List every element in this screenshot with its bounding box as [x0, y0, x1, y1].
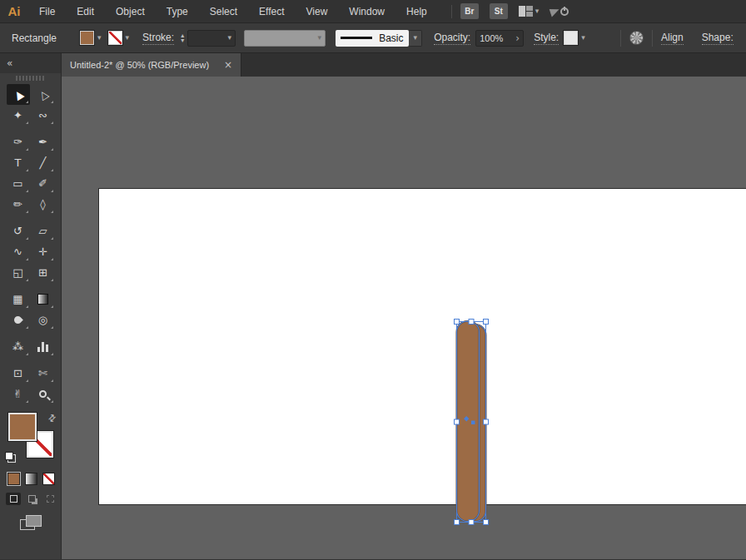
tool-symbol-sprayer[interactable]: ⁂: [7, 336, 30, 357]
stroke-weight-select[interactable]: ▾: [187, 30, 236, 47]
stroke-weight-stepper[interactable]: ▴ ▾: [181, 33, 184, 43]
selection-handle[interactable]: [469, 520, 474, 525]
stick-shape-left[interactable]: [457, 321, 480, 522]
opacity-label[interactable]: Opacity:: [434, 32, 470, 45]
default-fill-stroke-icon[interactable]: [5, 452, 16, 463]
brush-chevron-icon[interactable]: ▾: [413, 34, 417, 42]
graphic-style-swatch[interactable]: [564, 31, 578, 45]
selection-handle[interactable]: [469, 320, 474, 325]
tool-pencil[interactable]: ✏: [7, 194, 30, 215]
fill-indicator-swatch[interactable]: [8, 413, 37, 441]
gradient-button[interactable]: [25, 473, 37, 485]
tool-column-graph[interactable]: [32, 336, 55, 357]
menu-item[interactable]: Effect: [248, 0, 295, 22]
tool-type[interactable]: T: [7, 152, 30, 173]
menu-item[interactable]: File: [28, 0, 66, 22]
align-label[interactable]: Align: [661, 32, 684, 45]
selected-artwork[interactable]: [456, 320, 490, 528]
opacity-field[interactable]: 100% ›: [475, 30, 524, 47]
app-logo: Ai: [0, 4, 28, 18]
tool-slice[interactable]: ✄: [32, 363, 55, 384]
tool-paintbrush[interactable]: ✐: [32, 173, 55, 194]
tool-zoom[interactable]: [32, 384, 55, 404]
tool-rotate[interactable]: ↺: [7, 221, 30, 241]
tool-puppet-warp[interactable]: ✛: [32, 241, 55, 262]
draw-normal-button[interactable]: [6, 493, 21, 505]
menu-item[interactable]: Object: [105, 0, 156, 22]
panel-grip[interactable]: [16, 76, 46, 81]
selection-handle[interactable]: [455, 520, 460, 525]
menu-item[interactable]: Help: [395, 0, 438, 22]
tool-eyedropper[interactable]: [7, 310, 30, 330]
tool-artboard[interactable]: ⊡: [7, 363, 30, 384]
menu-item[interactable]: View: [296, 0, 339, 22]
document-tab[interactable]: Untitled-2* @ 50% (RGB/Preview) ×: [62, 53, 241, 77]
tool-grid: ▲△✦∾✑✒T╱▭✐✏◊↺▱∿✛◱⊞▦◎⁂⊡✄✌: [0, 84, 61, 404]
fill-color-swatch[interactable]: [80, 31, 94, 45]
tool-eraser[interactable]: ◊: [32, 194, 55, 215]
brush-definition-dropdown[interactable]: ▾: [409, 30, 422, 47]
menu-item[interactable]: Type: [156, 0, 199, 22]
tool-magic-wand[interactable]: ✦: [7, 105, 30, 126]
puppet-warp-icon: ✛: [38, 245, 47, 258]
variable-width-profile-select: ▾: [244, 30, 326, 47]
share-icon[interactable]: [550, 5, 569, 18]
recolor-artwork-icon[interactable]: [629, 31, 644, 45]
tool-scale[interactable]: ▱: [32, 221, 55, 241]
stroke-weight-label[interactable]: Stroke:: [142, 32, 174, 45]
brush-definition-preview[interactable]: Basic: [336, 30, 409, 47]
tool-shape-builder[interactable]: ◱: [7, 262, 30, 283]
stroke-weight-chevron-icon[interactable]: ▾: [228, 34, 232, 42]
stroke-color-swatch[interactable]: [108, 31, 122, 45]
mesh-icon: ▦: [12, 293, 22, 305]
tool-perspective-grid[interactable]: ⊞: [32, 262, 55, 283]
selection-handle[interactable]: [484, 320, 489, 325]
bridge-button[interactable]: Br: [460, 3, 479, 19]
stepper-down-icon[interactable]: ▾: [181, 38, 184, 43]
tool-mesh[interactable]: ▦: [7, 289, 30, 310]
opacity-arrow-icon[interactable]: ›: [515, 33, 520, 43]
menu-item[interactable]: Select: [199, 0, 248, 22]
tool-hand[interactable]: ✌: [7, 384, 30, 404]
workspace-switcher-icon[interactable]: [519, 6, 533, 17]
tool-width[interactable]: ∿: [7, 241, 30, 262]
draw-inside-button[interactable]: [42, 493, 57, 505]
style-chevron-icon[interactable]: ▾: [581, 34, 585, 42]
tool-curvature[interactable]: ✑: [7, 131, 30, 152]
direct-selection-icon: △: [36, 87, 49, 102]
tool-gradient[interactable]: [32, 289, 55, 310]
swap-fill-stroke-icon[interactable]: ⇄: [46, 412, 59, 425]
tool-direct-selection[interactable]: △: [32, 84, 55, 105]
selection-handle[interactable]: [484, 419, 489, 424]
collapse-panel-icon[interactable]: «: [7, 57, 12, 69]
graphic-style-label[interactable]: Style:: [534, 32, 559, 45]
menubar: Ai FileEditObjectTypeSelectEffectViewWin…: [0, 0, 746, 23]
shape-label[interactable]: Shape:: [702, 32, 734, 45]
tool-rectangle[interactable]: ▭: [7, 173, 30, 194]
hand-icon: ✌: [13, 388, 22, 400]
tab-close-icon[interactable]: ×: [224, 59, 232, 71]
stock-button[interactable]: St: [490, 3, 508, 19]
canvas[interactable]: [62, 77, 746, 559]
none-button[interactable]: [42, 473, 55, 485]
selection-handle[interactable]: [455, 419, 460, 424]
active-tool-label: Rectangle: [12, 32, 57, 44]
tool-selection[interactable]: ▲: [7, 84, 30, 105]
fill-chevron-icon[interactable]: ▾: [97, 34, 102, 42]
selection-handle[interactable]: [455, 320, 460, 325]
stroke-chevron-icon[interactable]: ▾: [126, 34, 130, 42]
tool-row: ⁂: [0, 336, 61, 357]
brush-stroke-preview: [341, 37, 372, 39]
tool-pen[interactable]: ✒: [32, 131, 55, 152]
selection-handle[interactable]: [484, 520, 489, 525]
draw-behind-button[interactable]: [24, 493, 39, 505]
chevron-down-icon[interactable]: ▾: [535, 7, 540, 15]
menu-item[interactable]: Window: [338, 0, 395, 22]
change-screen-mode-icon[interactable]: [20, 515, 42, 530]
tool-line-segment[interactable]: ╱: [32, 152, 55, 173]
tool-row: ⊡✄: [0, 363, 61, 384]
tool-blend[interactable]: ◎: [32, 310, 55, 330]
color-button[interactable]: [7, 473, 20, 485]
tool-lasso[interactable]: ∾: [32, 105, 55, 126]
menu-item[interactable]: Edit: [66, 0, 105, 22]
